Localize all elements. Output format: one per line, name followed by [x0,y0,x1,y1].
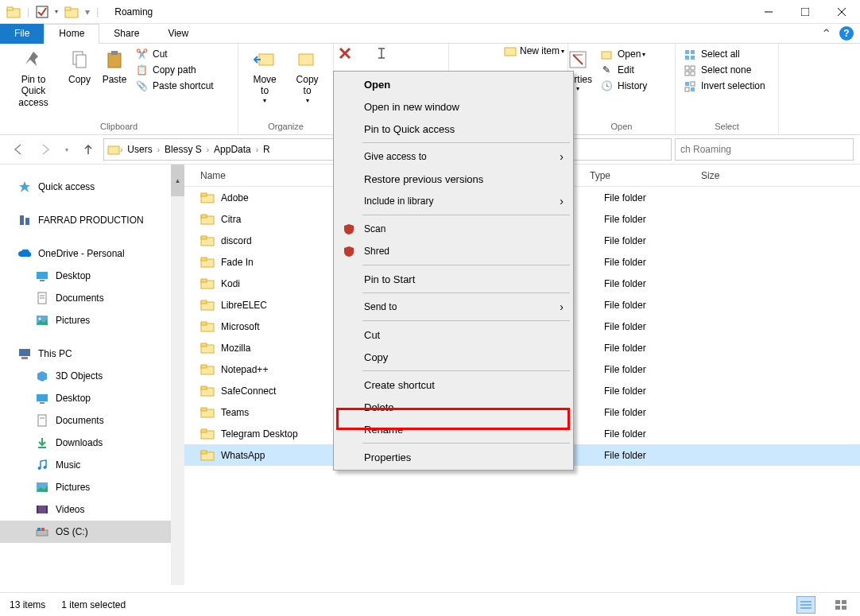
pin-icon [21,47,46,72]
properties-icon [565,47,591,72]
clipboard-group-label: Clipboard [5,122,233,133]
up-button[interactable] [76,138,100,161]
copy-icon [67,47,92,72]
new-item-label[interactable]: New item [520,45,560,56]
file-type: File folder [604,450,715,461]
sidebar-item-videos[interactable]: Videos [0,498,184,521]
sidebar-item-music[interactable]: Music [0,454,184,476]
ctx-open-new-window[interactable]: Open in new window [335,95,571,118]
search-input[interactable]: ch Roaming [675,138,854,161]
open-icon [600,48,613,61]
svg-rect-75 [201,386,207,389]
sidebar-item-quick-access[interactable]: Quick access [0,176,184,198]
ctx-scan[interactable]: Scan [335,218,571,240]
details-view-button[interactable] [796,596,815,614]
sidebar-item-osc[interactable]: OS (C:) [0,521,184,543]
svg-rect-53 [37,530,48,536]
select-all-icon [684,48,696,61]
history-button[interactable]: 🕓History [597,79,650,95]
ctx-shred[interactable]: Shred [335,240,571,262]
folder-icon [200,212,215,227]
ctx-give-access[interactable]: Give access to› [335,145,571,168]
copy-path-button[interactable]: 📋Copy path [132,63,217,79]
invert-selection-button[interactable]: Invert selection [680,79,773,95]
sidebar-item-downloads[interactable]: Downloads [0,432,184,454]
ctx-rename[interactable]: Rename [335,418,571,440]
column-size[interactable]: Size [701,170,765,181]
ctx-pin-quick[interactable]: Pin to Quick access [335,118,571,140]
paste-icon [102,47,127,72]
qat-separator: | [27,6,29,17]
ctx-properties[interactable]: Properties [335,446,571,468]
svg-rect-57 [201,193,207,196]
qat-dropdown-icon[interactable]: ▾ [55,8,58,15]
nav-scroll-up[interactable]: ▲ [171,165,184,196]
minimize-button[interactable] [750,0,787,24]
nav-scrollbar[interactable] [171,165,184,585]
select-none-button[interactable]: Select none [680,63,773,79]
forward-button[interactable] [33,138,57,161]
breadcrumb[interactable]: R [258,144,275,155]
chevron-right-icon: › [560,195,564,207]
paste-button[interactable]: Paste [97,45,132,87]
folder-icon [200,448,215,463]
home-tab[interactable]: Home [44,24,99,44]
svg-point-47 [38,467,41,470]
close-button[interactable] [823,0,860,24]
ctx-delete[interactable]: Delete [335,396,571,418]
file-tab[interactable]: File [0,24,44,44]
sidebar-item-od-pictures[interactable]: Pictures [0,309,184,331]
folder-icon [200,427,215,441]
help-icon[interactable]: ? [839,26,854,41]
sidebar-item-farrad[interactable]: FARRAD PRODUCTION [0,209,184,231]
breadcrumb[interactable]: Blessy S [160,144,207,155]
ctx-include-library[interactable]: Include in library› [335,190,571,212]
recent-locations-button[interactable]: ▾ [60,138,73,161]
sidebar-item-this-pc[interactable]: This PC [0,343,184,365]
sidebar-item-od-desktop[interactable]: Desktop [0,265,184,287]
file-type: File folder [604,428,715,440]
sidebar-item-onedrive[interactable]: OneDrive - Personal [0,242,184,265]
sidebar-item-od-documents[interactable]: Documents [0,287,184,309]
svg-rect-4 [65,7,71,10]
svg-rect-81 [201,451,207,454]
svg-rect-30 [108,146,119,154]
cut-button[interactable]: ✂️Cut [132,47,217,63]
checkbox-icon[interactable] [36,6,48,18]
chevron-right-icon: › [560,300,564,313]
thumbnails-view-button[interactable] [831,596,850,614]
column-type[interactable]: Type [590,170,701,181]
sidebar-item-documents[interactable]: Documents [0,409,184,432]
ctx-send-to[interactable]: Send to› [335,296,571,318]
paste-shortcut-button[interactable]: 📎Paste shortcut [132,79,217,95]
open-button[interactable]: Open▾ [597,47,650,63]
pin-quick-access-button[interactable]: Pin to Quick access [5,45,62,110]
folder-icon [200,255,215,269]
select-all-button[interactable]: Select all [680,47,773,63]
view-tab[interactable]: View [153,24,203,44]
ctx-open[interactable]: Open [335,73,571,95]
collapse-ribbon-icon[interactable]: ⌃ [821,26,831,41]
sidebar-item-3d[interactable]: 3D Objects [0,365,184,387]
ctx-create-shortcut[interactable]: Create shortcut [335,374,571,396]
breadcrumb[interactable]: Users [122,144,157,155]
sidebar-item-pictures[interactable]: Pictures [0,476,184,498]
back-button[interactable] [6,138,30,161]
move-to-button[interactable]: Move to▾ [243,45,286,106]
sidebar-item-desktop[interactable]: Desktop [0,387,184,409]
edit-button[interactable]: ✎Edit [597,63,650,79]
copy-button[interactable]: Copy [62,45,97,87]
cube-icon [35,369,49,383]
ctx-restore[interactable]: Restore previous versions [335,168,571,190]
delete-x-icon [339,47,358,60]
breadcrumb[interactable]: AppData [209,144,256,155]
ctx-cut[interactable]: Cut [335,323,571,346]
maximize-button[interactable] [787,0,823,24]
share-tab[interactable]: Share [99,24,153,44]
folder-icon [64,5,79,19]
svg-point-39 [39,318,41,320]
ctx-pin-start[interactable]: Pin to Start [335,268,571,290]
ctx-copy[interactable]: Copy [335,346,571,368]
copy-to-button[interactable]: Copy to▾ [286,45,328,106]
download-icon [35,436,49,450]
